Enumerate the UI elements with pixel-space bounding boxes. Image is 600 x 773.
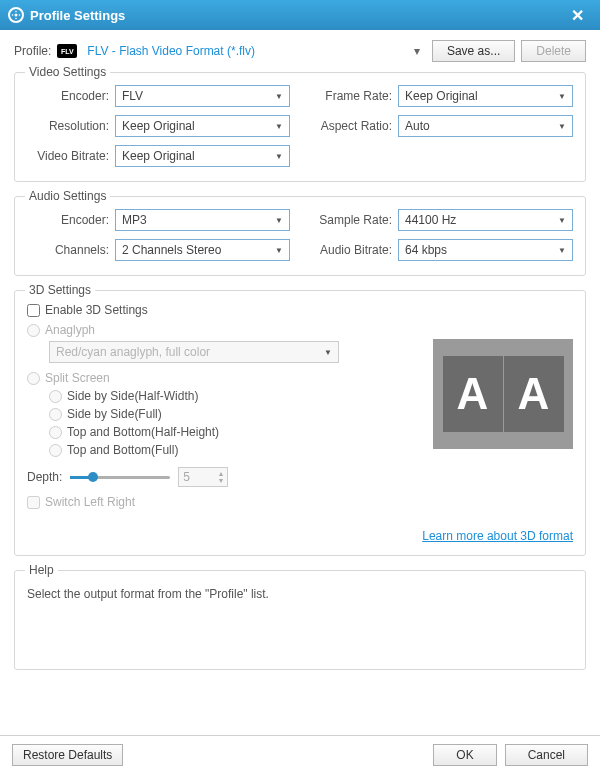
chevron-down-icon: ▼ (558, 246, 566, 255)
video-encoder-select[interactable]: FLV▼ (115, 85, 290, 107)
help-legend: Help (25, 563, 58, 577)
resolution-label: Resolution: (27, 119, 115, 133)
svg-point-1 (15, 11, 17, 13)
video-encoder-label: Encoder: (27, 89, 115, 103)
video-bitrate-select[interactable]: Keep Original▼ (115, 145, 290, 167)
resolution-select[interactable]: Keep Original▼ (115, 115, 290, 137)
enable-3d-input[interactable] (27, 304, 40, 317)
titlebar: Profile Settings ✕ (0, 0, 600, 30)
3d-settings-group: 3D Settings Enable 3D Settings Anaglyph … (14, 290, 586, 556)
spinner-arrows-icon: ▴▾ (219, 470, 223, 484)
aspect-ratio-label: Aspect Ratio: (310, 119, 398, 133)
enable-3d-checkbox[interactable]: Enable 3D Settings (27, 303, 573, 317)
enable-3d-label: Enable 3D Settings (45, 303, 148, 317)
framerate-select[interactable]: Keep Original▼ (398, 85, 573, 107)
learn-more-3d-link[interactable]: Learn more about 3D format (422, 529, 573, 543)
video-settings-group: Video Settings Encoder: FLV▼ Frame Rate:… (14, 72, 586, 182)
channels-select[interactable]: 2 Channels Stereo▼ (115, 239, 290, 261)
svg-point-2 (19, 14, 21, 16)
depth-slider (70, 470, 170, 484)
preview-letter-right: A (504, 356, 564, 432)
video-settings-legend: Video Settings (25, 65, 110, 79)
help-text: Select the output format from the "Profi… (27, 587, 573, 601)
chevron-down-icon: ▼ (275, 122, 283, 131)
audio-settings-group: Audio Settings Encoder: MP3▼ Sample Rate… (14, 196, 586, 276)
chevron-down-icon[interactable]: ▾ (408, 44, 426, 58)
chevron-down-icon: ▼ (558, 216, 566, 225)
ok-button[interactable]: OK (433, 744, 496, 766)
chevron-down-icon: ▼ (324, 348, 332, 357)
chevron-down-icon: ▼ (275, 246, 283, 255)
audio-encoder-label: Encoder: (27, 213, 115, 227)
chevron-down-icon: ▼ (558, 92, 566, 101)
chevron-down-icon: ▼ (275, 216, 283, 225)
svg-point-3 (15, 18, 17, 20)
app-logo-icon (8, 7, 24, 23)
delete-button: Delete (521, 40, 586, 62)
chevron-down-icon: ▼ (558, 122, 566, 131)
save-as-button[interactable]: Save as... (432, 40, 515, 62)
help-group: Help Select the output format from the "… (14, 570, 586, 670)
switch-lr-checkbox: Switch Left Right (27, 495, 573, 509)
video-bitrate-label: Video Bitrate: (27, 149, 115, 163)
chevron-down-icon: ▼ (275, 92, 283, 101)
chevron-down-icon: ▼ (275, 152, 283, 161)
anaglyph-select: Red/cyan anaglyph, full color▼ (49, 341, 339, 363)
audio-bitrate-label: Audio Bitrate: (310, 243, 398, 257)
samplerate-label: Sample Rate: (310, 213, 398, 227)
audio-bitrate-select[interactable]: 64 kbps▼ (398, 239, 573, 261)
svg-point-0 (15, 14, 18, 17)
depth-spinner: 5 ▴▾ (178, 467, 228, 487)
svg-point-4 (12, 14, 14, 16)
anaglyph-radio-input (27, 324, 40, 337)
channels-label: Channels: (27, 243, 115, 257)
3d-settings-legend: 3D Settings (25, 283, 95, 297)
framerate-label: Frame Rate: (310, 89, 398, 103)
close-button[interactable]: ✕ (562, 0, 592, 30)
cancel-button[interactable]: Cancel (505, 744, 588, 766)
splitscreen-radio-input (27, 372, 40, 385)
footer: Restore Defaults OK Cancel (0, 735, 600, 773)
preview-letter-left: A (443, 356, 503, 432)
anaglyph-radio: Anaglyph (27, 323, 573, 337)
3d-preview-image: A A (433, 339, 573, 449)
samplerate-select[interactable]: 44100 Hz▼ (398, 209, 573, 231)
profile-format-dropdown[interactable]: FLV - Flash Video Format (*.flv) (83, 42, 402, 60)
flv-format-icon: FLV (57, 44, 77, 58)
aspect-ratio-select[interactable]: Auto▼ (398, 115, 573, 137)
profile-row: Profile: FLV FLV - Flash Video Format (*… (14, 40, 586, 62)
window-title: Profile Settings (30, 8, 125, 23)
audio-encoder-select[interactable]: MP3▼ (115, 209, 290, 231)
restore-defaults-button[interactable]: Restore Defaults (12, 744, 123, 766)
audio-settings-legend: Audio Settings (25, 189, 110, 203)
depth-label: Depth: (27, 470, 62, 484)
profile-label: Profile: (14, 44, 51, 58)
